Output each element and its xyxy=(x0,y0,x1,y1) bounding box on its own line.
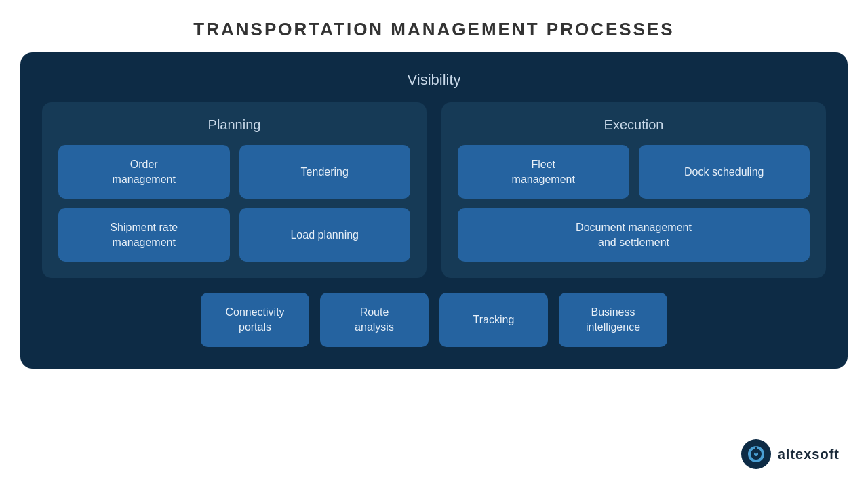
planning-title: Planning xyxy=(58,117,410,133)
execution-title: Execution xyxy=(458,117,810,133)
bottom-row: Connectivityportals Routeanalysis Tracki… xyxy=(42,293,826,346)
card-business-intelligence: Businessintelligence xyxy=(559,293,667,346)
outer-container: Visibility Planning Ordermanagement Tend… xyxy=(20,52,848,369)
execution-cards: Fleetmanagement Dock scheduling Document… xyxy=(458,145,810,262)
middle-row: Planning Ordermanagement Tendering Shipm… xyxy=(42,102,826,278)
logo-area: altexsoft xyxy=(741,439,840,469)
card-tracking: Tracking xyxy=(439,293,548,346)
card-load-planning: Load planning xyxy=(239,208,411,262)
page-title: TRANSPORTATION MANAGEMENT PROCESSES xyxy=(193,19,674,40)
logo-text: altexsoft xyxy=(778,447,840,462)
card-tendering: Tendering xyxy=(239,145,411,199)
card-connectivity-portals: Connectivityportals xyxy=(201,293,309,346)
planning-cards: Ordermanagement Tendering Shipment ratem… xyxy=(58,145,410,262)
altexsoft-logo-icon xyxy=(741,439,771,469)
execution-section: Execution Fleetmanagement Dock schedulin… xyxy=(441,102,826,278)
card-document-management: Document managementand settlement xyxy=(458,208,810,262)
card-route-analysis: Routeanalysis xyxy=(320,293,429,346)
card-order-management: Ordermanagement xyxy=(58,145,230,199)
card-shipment-rate: Shipment ratemanagement xyxy=(58,208,230,262)
planning-section: Planning Ordermanagement Tendering Shipm… xyxy=(42,102,427,278)
visibility-label: Visibility xyxy=(407,71,460,89)
card-dock-scheduling: Dock scheduling xyxy=(639,145,810,199)
card-fleet-management: Fleetmanagement xyxy=(458,145,629,199)
